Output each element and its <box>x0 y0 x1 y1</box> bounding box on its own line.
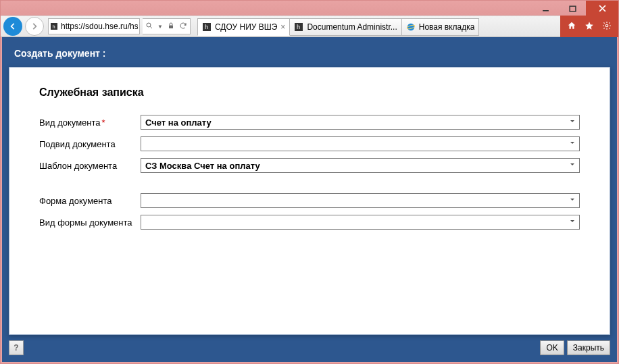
site-favicon-icon: h <box>49 22 59 30</box>
ie-window: h ▼ h СДОУ НИУ ВШЭ × <box>0 0 619 364</box>
chevron-down-icon <box>568 217 576 228</box>
page-content: Создать документ : Служебная записка Вид… <box>1 37 618 363</box>
ok-button[interactable]: OK <box>540 340 564 355</box>
svg-rect-8 <box>169 25 173 28</box>
tab-2[interactable]: Новая вкладка <box>401 18 480 36</box>
tab-1[interactable]: h Documentum Administr... <box>289 18 401 36</box>
window-minimize-button[interactable] <box>532 1 559 16</box>
field-doc-template: Шаблон документа СЗ Москва Счет на оплат… <box>39 158 580 173</box>
field-doc-subtype: Подвид документа <box>39 136 580 151</box>
doc-type-select[interactable]: Счет на оплату <box>141 115 580 130</box>
url-input[interactable] <box>59 20 139 33</box>
tab-strip: h СДОУ НИУ ВШЭ × h Documentum Administr.… <box>197 17 558 36</box>
select-value: СЗ Москва Счет на оплату <box>145 161 260 171</box>
window-titlebar <box>1 1 618 16</box>
svg-text:h: h <box>297 24 300 30</box>
help-button[interactable]: ? <box>9 340 24 355</box>
favorites-icon[interactable] <box>585 21 594 32</box>
svg-point-6 <box>147 23 151 27</box>
dialog-footer: ? OK Закрыть <box>9 335 610 355</box>
svg-point-13 <box>407 24 415 31</box>
field-doc-type: Вид документа* Счет на оплату <box>39 115 580 130</box>
tab-label: Новая вкладка <box>419 22 475 32</box>
chevron-down-icon <box>568 161 576 171</box>
tab-favicon-icon: h <box>294 22 303 32</box>
tab-label: Documentum Administr... <box>307 22 397 32</box>
footer-right: OK Закрыть <box>540 340 610 355</box>
tab-0[interactable]: h СДОУ НИУ ВШЭ × <box>197 18 290 36</box>
svg-text:h: h <box>53 24 55 30</box>
refresh-icon[interactable] <box>179 22 187 32</box>
ie-icon <box>406 22 416 32</box>
svg-rect-1 <box>570 6 576 11</box>
tab-favicon-icon: h <box>202 22 212 32</box>
svg-point-15 <box>605 24 608 27</box>
tab-close-icon[interactable]: × <box>280 22 285 32</box>
doc-template-select[interactable]: СЗ Москва Счет на оплату <box>141 158 580 173</box>
nav-forward-button[interactable] <box>25 17 44 36</box>
chevron-down-icon <box>568 118 576 128</box>
tools-icon[interactable] <box>602 21 612 32</box>
required-marker: * <box>102 118 105 128</box>
window-maximize-button[interactable] <box>559 1 586 16</box>
form-heading: Служебная записка <box>39 86 580 99</box>
chevron-down-icon <box>568 196 576 206</box>
home-icon[interactable] <box>567 21 576 32</box>
form-panel: Служебная записка Вид документа* Счет на… <box>9 67 610 335</box>
doc-form-select[interactable] <box>141 193 580 208</box>
field-doc-form: Форма документа <box>39 193 580 208</box>
doc-subtype-select[interactable] <box>141 136 580 151</box>
doc-form-type-select[interactable] <box>141 215 580 230</box>
address-bar[interactable]: h <box>48 18 140 34</box>
command-bar <box>560 16 618 37</box>
close-button[interactable]: Закрыть <box>567 340 610 355</box>
chevron-down-icon <box>568 139 576 149</box>
address-controls: ▼ <box>143 18 191 34</box>
field-label: Форма документа <box>39 196 141 206</box>
browser-toolbar: h ▼ h СДОУ НИУ ВШЭ × <box>1 16 618 37</box>
field-label: Вид документа* <box>39 118 141 128</box>
page-title: Создать документ : <box>9 44 610 67</box>
field-doc-form-type: Вид формы документа <box>39 215 580 230</box>
label-text: Вид документа <box>39 118 101 128</box>
nav-back-button[interactable] <box>3 17 22 36</box>
search-icon[interactable] <box>145 22 153 32</box>
svg-line-7 <box>150 26 152 28</box>
dropdown-icon[interactable]: ▼ <box>157 24 163 30</box>
field-label: Вид формы документа <box>39 217 141 228</box>
tab-label: СДОУ НИУ ВШЭ <box>215 22 277 32</box>
select-value: Счет на оплату <box>145 118 212 128</box>
window-close-button[interactable] <box>586 1 618 16</box>
field-label: Подвид документа <box>39 139 141 149</box>
field-label: Шаблон документа <box>39 161 141 171</box>
lock-icon <box>167 22 175 32</box>
svg-text:h: h <box>205 24 208 30</box>
